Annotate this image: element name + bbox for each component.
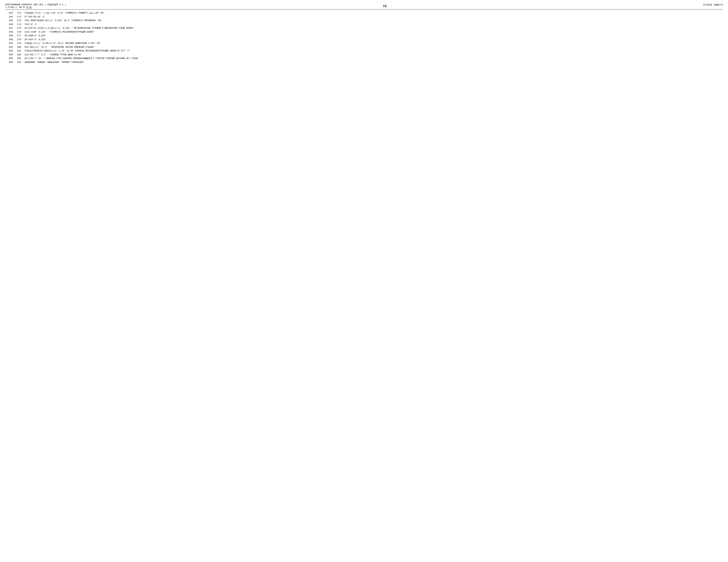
row-col2: 174 <box>16 23 25 26</box>
table-row: 855183Е8-2784-7' 91' * ОБМАЗКА СТЕН КАНА… <box>5 57 723 60</box>
row-text: Е9-229*32-12(А4,1,1)(Аб,1,1)' 0,128' * М… <box>25 27 723 30</box>
header-right-section: 571924 986Е/4 <box>703 4 723 6</box>
row-text: КВОЛОШИН' ЛЕВИНА' ВИЛЕНСКАЯ' ГИРМАН**ГЕР… <box>25 61 723 64</box>
row-text: СТЦСЦ2-2(=1)' 0,205,0,75' 25,9' РАСТВОР … <box>25 42 723 45</box>
program-title: ПРОГРАММНЫЙ КОМПЛЕКС АВС-ЗЕС ( РЕДАКЦИЯ … <box>5 4 66 6</box>
row-col2: 176 <box>16 30 25 34</box>
page-header: ПРОГРАММНЫЙ КОМПЛЕКС АВС-ЗЕС ( РЕДАКЦИЯ … <box>5 4 723 10</box>
row-text: Е7-445*36-10' 2* <box>25 15 723 18</box>
sheet-number: 986Е/4 <box>714 4 723 6</box>
row-col1: 846 <box>5 23 16 26</box>
row-text: Е34-304(=1)' 25,4' ' ПЕРЕКРЫТИЕ ЛОТКОВ Р… <box>25 46 723 49</box>
row-col1: 848 <box>5 30 16 34</box>
row-col2: 178 <box>16 38 25 41</box>
row-col1: 843 <box>5 11 16 15</box>
doc-ref: Т.П.901-1- 88.87 <box>5 6 26 9</box>
table-row: 854182Ь16-549 7-7' 2,6' ' ГАЗОВЫЕ ТРУБЫ … <box>5 53 723 57</box>
row-text: Е6-8489-8' 0,462* <box>25 34 723 37</box>
row-col1: 853 <box>5 49 16 53</box>
table-row: 856184КВОЛОШИН' ЛЕВИНА' ВИЛЕНСКАЯ' ГИРМА… <box>5 61 723 64</box>
row-col2: 182 <box>16 53 25 57</box>
row-text: СТЦ141ТЕЛЧАСТЬ*ТАБ412(=1)' 2,19' 14,30' … <box>25 49 723 52</box>
table-row: 844172Е7-445*36-10' 2* <box>5 15 723 19</box>
table-row: 850178Е9-6107-5' 0,225* <box>5 38 723 41</box>
table-row: 853181СТЦ141ТЕЛЧАСТЬ*ТАБ412(=1)' 2,19' 1… <box>5 49 723 53</box>
row-text: С147-8' 1* <box>25 23 723 26</box>
row-col2: 172 <box>16 15 25 19</box>
row-text: СТЦСЦП4-7(=1)' 1,1ф,1,03' 0,92' СТОИМОСТ… <box>25 11 723 15</box>
row-col2: 179 <box>16 42 25 45</box>
row-col2: 184 <box>16 61 25 64</box>
row-col2: 177 <box>16 34 25 38</box>
row-col1: 850 <box>5 38 16 41</box>
row-col1: 844 <box>5 15 16 19</box>
table-row: 852180Е34-304(=1)' 25,4' ' ПЕРЕКРЫТИЕ ЛО… <box>5 45 723 49</box>
content-table: 843171СТЦСЦП4-7(=1)' 1,1ф,1,03' 0,92' СТ… <box>5 11 723 64</box>
row-col1: 847 <box>5 26 16 30</box>
row-col2: 171 <box>16 11 25 15</box>
row-text: Ь16-549 7-7' 2,6' ' ГАЗОВЫЕ ТРУБЫ ДИАМ 6… <box>25 53 723 56</box>
row-col1: 849 <box>5 34 16 38</box>
header-left-section: ПРОГРАММНЫЙ КОМПЛЕКС АВС-ЗЕС ( РЕДАКЦИЯ … <box>5 4 66 9</box>
underline-label: Д.1х̄ <box>27 6 32 9</box>
table-row: 847175Е9-229*32-12(А4,1,1)(Аб,1,1)' 0,12… <box>5 26 723 30</box>
table-row: 848176С121-2106' 0,128' ' СТОИМОСТЬ МЕТА… <box>5 30 723 34</box>
row-text: Е8-2784-7' 91' * ОБМАЗКА СТЕН КАНАЛОВ СО… <box>25 57 723 60</box>
table-row: 851179СТЦСЦ2-2(=1)' 0,205,0,75' 25,9' РА… <box>5 42 723 45</box>
table-row: 846174С147-8' 1* <box>5 23 723 26</box>
doc-ref-line: Т.П.901-1- 88.87 Д.1х̄ <box>5 6 66 9</box>
page-number: 72 <box>383 4 387 8</box>
table-row: 849177Е6-8489-8' 0,462* <box>5 34 723 38</box>
row-col1: 845 <box>5 19 16 22</box>
row-col2: 180 <box>16 45 25 49</box>
row-col2: 181 <box>16 49 25 53</box>
row-col1: 852 <box>5 45 16 49</box>
row-col1: 856 <box>5 61 16 64</box>
row-col1: 851 <box>5 42 16 45</box>
row-text: С121-2106' 0,128' ' СТОИМОСТЬ МЕТАЛЛОКОН… <box>25 30 723 34</box>
row-col1: 855 <box>5 57 16 60</box>
doc-number: 571924 <box>703 4 712 6</box>
row-col2: 183 <box>16 57 25 60</box>
table-row: 845173638-70006*ЦСЦП9-92(=1)' 0,052' 64,… <box>5 19 723 22</box>
row-col2: 173 <box>16 19 25 22</box>
row-col2: 175 <box>16 26 25 30</box>
row-text: 638-70006*ЦСЦП9-92(=1)' 0,052' 64,4' СТО… <box>25 19 723 22</box>
row-col1: 854 <box>5 53 16 57</box>
row-text: Е9-6107-5' 0,225* <box>25 38 723 41</box>
table-row: 843171СТЦСЦП4-7(=1)' 1,1ф,1,03' 0,92' СТ… <box>5 11 723 15</box>
